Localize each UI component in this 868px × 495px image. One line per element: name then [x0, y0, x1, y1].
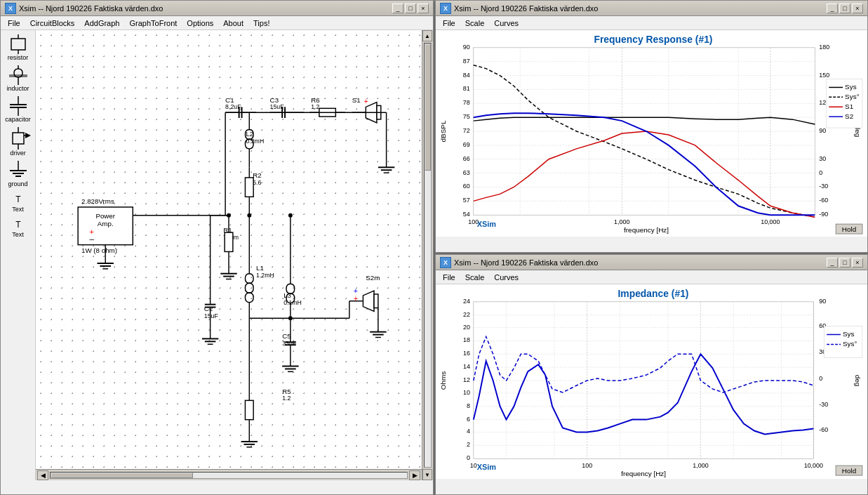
svg-rect-183: [826, 79, 862, 128]
svg-text:Frequency Response (#1): Frequency Response (#1): [594, 34, 712, 45]
circuit-menu-options[interactable]: Options: [182, 18, 218, 28]
svg-text:1.2: 1.2: [282, 395, 291, 402]
svg-text:T: T: [15, 194, 21, 204]
scroll-down-btn[interactable]: ▼: [422, 469, 432, 480]
freq-menu-file[interactable]: File: [439, 18, 460, 28]
freq-menu-bar: File Scale Curves: [436, 16, 867, 30]
svg-text:R2: R2: [253, 171, 261, 179]
circuit-close-button[interactable]: ×: [418, 4, 429, 13]
svg-text:T: T: [15, 220, 21, 230]
circuit-title-bar: X Xsim -- Njord 190226 Faktiska värden.d…: [1, 1, 433, 16]
svg-text:1,000: 1,000: [693, 462, 708, 469]
circuit-maximize-button[interactable]: □: [405, 4, 416, 13]
svg-text:84: 84: [463, 72, 470, 79]
freq-window-controls: _ □ ×: [827, 4, 863, 13]
svg-text:14: 14: [463, 363, 470, 370]
circuit-menu-graphtofront[interactable]: GraphToFront: [125, 18, 181, 28]
sidebar-text1-label: Text: [12, 206, 24, 213]
svg-text:0: 0: [819, 169, 822, 176]
scroll-up-btn[interactable]: ▲: [422, 30, 432, 41]
circuit-menu-about[interactable]: About: [219, 18, 248, 28]
svg-text:frequency [Hz]: frequency [Hz]: [621, 470, 666, 477]
svg-text:0: 0: [819, 375, 822, 382]
sidebar-item-text2[interactable]: T Text: [3, 216, 34, 239]
sidebar-resistor-label: resistor: [8, 54, 29, 61]
svg-text:Power: Power: [95, 212, 115, 220]
svg-text:R5: R5: [282, 388, 291, 395]
svg-text:S2m: S2m: [366, 274, 380, 282]
circuit-menu-circuitblocks[interactable]: CircuitBlocks: [26, 18, 79, 28]
freq-minimize-button[interactable]: _: [827, 4, 838, 13]
freq-maximize-button[interactable]: □: [839, 4, 850, 13]
svg-text:+: +: [363, 97, 368, 105]
svg-point-98: [288, 213, 293, 218]
freq-title-bar: X Xsim -- Njord 190226 Faktiska värden.d…: [436, 1, 867, 16]
scroll-right-btn[interactable]: ▶: [409, 470, 420, 480]
sidebar-item-text1[interactable]: T Text: [3, 190, 34, 214]
svg-text:–: –: [89, 234, 94, 243]
svg-text:6: 6: [467, 416, 470, 423]
freq-response-chart: Frequency Response (#1): [436, 30, 867, 237]
sidebar-item-inductor[interactable]: inductor: [3, 64, 34, 93]
svg-rect-70: [245, 178, 253, 197]
svg-rect-75: [225, 232, 233, 251]
imp-menu-curves[interactable]: Curves: [490, 272, 523, 282]
svg-text:20: 20: [463, 324, 470, 331]
imp-window-title: Xsim -- Njord 190226 Faktiska värden.dxo: [454, 258, 598, 267]
scroll-track-v[interactable]: [424, 43, 432, 468]
freq-menu-curves[interactable]: Curves: [490, 18, 523, 28]
svg-text:10,000: 10,000: [804, 462, 823, 469]
freq-graph-content: Frequency Response (#1): [436, 30, 867, 237]
svg-text:Hold: Hold: [842, 225, 856, 233]
circuit-scrollbar-v[interactable]: ▲ ▼: [422, 30, 433, 480]
circuit-menu-tips[interactable]: Tips!: [249, 18, 274, 28]
svg-text:S2: S2: [845, 112, 854, 120]
circuit-sidebar: resistor inductor cap: [1, 30, 36, 480]
svg-text:-60: -60: [819, 426, 828, 433]
scroll-left-btn[interactable]: ◀: [37, 470, 48, 480]
sidebar-item-ground[interactable]: ground: [3, 159, 34, 189]
circuit-menu-bar: File CircuitBlocks AddGraph GraphToFront…: [1, 16, 433, 30]
svg-text:72: 72: [463, 127, 470, 134]
imp-minimize-button[interactable]: _: [827, 258, 838, 268]
svg-text:-60: -60: [819, 197, 828, 204]
circuit-scrollbar-h[interactable]: ◀ ▶: [36, 469, 422, 480]
freq-window-icon: X: [440, 3, 451, 14]
svg-text:Sys: Sys: [843, 330, 855, 338]
svg-text:10: 10: [463, 389, 470, 396]
sidebar-item-driver[interactable]: driver: [3, 126, 34, 158]
circuit-canvas[interactable]: Power Amp. + – 2.828Vrms 1W (8 ohm): [36, 30, 422, 469]
circuit-window-controls: _ □ ×: [392, 4, 429, 13]
svg-text:-90: -90: [819, 211, 828, 218]
imp-close-button[interactable]: ×: [852, 258, 863, 268]
scroll-thumb-v[interactable]: [425, 44, 431, 171]
svg-marker-103: [363, 291, 374, 311]
imp-window-controls: _ □ ×: [827, 258, 863, 268]
svg-marker-15: [25, 133, 31, 138]
freq-close-button[interactable]: ×: [852, 4, 863, 13]
circuit-menu-file[interactable]: File: [4, 18, 25, 28]
svg-text:24: 24: [463, 298, 470, 305]
imp-menu-scale[interactable]: Scale: [461, 272, 489, 282]
svg-text:33uF: 33uF: [282, 340, 296, 347]
freq-menu-scale[interactable]: Scale: [461, 18, 489, 28]
svg-text:+: +: [354, 294, 358, 303]
svg-text:Sys: Sys: [845, 83, 857, 91]
circuit-canvas-container: Power Amp. + – 2.828Vrms 1W (8 ohm): [36, 30, 422, 480]
imp-menu-file[interactable]: File: [439, 272, 460, 282]
svg-text:60: 60: [463, 183, 470, 190]
imp-maximize-button[interactable]: □: [839, 258, 850, 268]
svg-text:22: 22: [463, 311, 470, 318]
freq-window-title: Xsim -- Njord 190226 Faktiska värden.dxo: [454, 4, 598, 13]
svg-text:0: 0: [467, 454, 470, 461]
svg-text:XSim: XSim: [477, 463, 497, 471]
svg-text:54: 54: [463, 211, 470, 218]
svg-text:16: 16: [463, 350, 470, 357]
sidebar-item-resistor[interactable]: resistor: [3, 33, 34, 62]
circuit-menu-addgraph[interactable]: AddGraph: [80, 18, 123, 28]
sidebar-item-capacitor[interactable]: capacitor: [3, 95, 34, 124]
circuit-minimize-button[interactable]: _: [392, 4, 403, 13]
scroll-thumb-h[interactable]: [51, 473, 193, 478]
scroll-track-h[interactable]: [50, 472, 408, 479]
circuit-window: X Xsim -- Njord 190226 Faktiska värden.d…: [0, 0, 434, 495]
